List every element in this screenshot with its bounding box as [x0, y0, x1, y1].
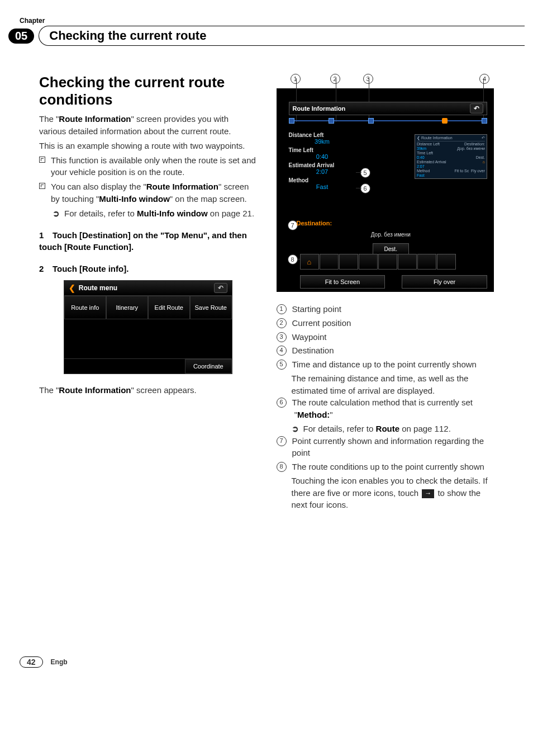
legend-item-5: 5Time and distance up to the point curre… [277, 358, 494, 371]
section-title: Checking the current route conditions [39, 74, 257, 108]
fit-to-screen-button: Fit to Screen [300, 275, 386, 289]
method-label: Method [289, 177, 356, 183]
callout-3: 3 [363, 74, 373, 84]
distance-left-label: Distance Left [289, 132, 356, 138]
chapter-number-badge: 05 [8, 29, 34, 44]
callout-5: 5 [360, 168, 370, 178]
home-icon: ⌂ [300, 254, 319, 270]
legend-item-1: 1Starting point [277, 303, 494, 315]
chapter-title: Checking the current route [49, 29, 206, 42]
chapter-label: Chapter [20, 17, 494, 25]
condition-icon [437, 254, 456, 270]
method-value: Fast [289, 183, 356, 190]
reference-arrow-icon: ➲ [53, 207, 60, 220]
mini-route-info-screenshot: ❮ Route Information↶ Distance LeftDestin… [415, 134, 487, 179]
intro-paragraph-2: This is an example showing a route with … [39, 140, 257, 152]
condition-icon [398, 254, 417, 270]
return-icon: ↶ [214, 283, 227, 293]
note-item-1: This function is available only when the… [39, 154, 257, 179]
route-info-panel: Distance Left 39km Time Left 0:40 Estima… [289, 130, 356, 190]
route-menu-title: Route menu [79, 284, 117, 292]
callout-2: 2 [330, 74, 340, 84]
diagram-legend: 1Starting point 2Current position 3Waypo… [277, 303, 494, 511]
itinerary-button: Itinerary [106, 296, 148, 319]
route-info-diagram: 1 2 3 4 Route Information ↶ [277, 74, 494, 292]
route-info-screen-header: Route Information ↶ [289, 102, 488, 115]
route-info-button: Route info [64, 296, 106, 319]
destination-label: Destination: [294, 218, 488, 228]
edit-route-button: Edit Route [148, 296, 190, 319]
time-left-value: 0:40 [289, 153, 356, 160]
legend-item-7: 7Point currently shown and information r… [277, 435, 494, 460]
reference-arrow-icon: ➲ [292, 423, 299, 435]
route-menu-screenshot: ❮ Route menu ↶ Route info Itinerary Edit… [64, 280, 232, 374]
save-route-button: Save Route [190, 296, 232, 319]
legend-item-6-ref: ➲ For details, refer to Route on page 11… [292, 423, 494, 435]
route-progress-bar [289, 117, 488, 124]
route-condition-icons: ⌂ [300, 254, 488, 270]
condition-icon [320, 254, 339, 270]
legend-item-8: 8The route conditions up to the point cu… [277, 461, 494, 473]
time-left-label: Time Left [289, 147, 356, 153]
legend-item-6: 6 The route calculation method that is c… [277, 396, 494, 421]
note-bullet-icon [39, 157, 45, 163]
step-1: 1Touch [Destination] on the "Top Menu", … [39, 229, 257, 253]
condition-icon [359, 254, 378, 270]
condition-icon [378, 254, 397, 270]
dest-button: Dest. [373, 243, 409, 255]
footer-language-label: Engb [51, 658, 68, 666]
fly-over-button: Fly over [402, 275, 487, 289]
destination-text: Дор. без имени [294, 228, 488, 241]
left-column: Checking the current route conditions Th… [39, 74, 257, 511]
distance-left-value: 39km [289, 138, 356, 145]
diagram-bottom-buttons: Fit to Screen Fly over [300, 275, 488, 289]
page-footer: 42 Engb [20, 656, 494, 668]
callout-8: 8 [288, 254, 298, 264]
callout-4: 4 [479, 74, 489, 84]
note-bullet-icon [39, 183, 45, 189]
chapter-title-bubble: Checking the current route [39, 26, 525, 46]
note-item-2: You can also display the "Route Informat… [39, 181, 257, 205]
intro-paragraph-1: The "Route Information" screen provides … [39, 113, 257, 138]
destination-panel: Destination: Дор. без имени Dest. [294, 218, 488, 255]
legend-item-4: 4Destination [277, 344, 494, 357]
chapter-header: 05 Checking the current route [8, 26, 525, 46]
back-icon: ❮ [69, 284, 75, 292]
eta-label: Estimated Arrival [289, 162, 356, 168]
next-arrow-icon: → [422, 489, 434, 498]
cross-reference-1: ➲ For details, refer to Multi-Info windo… [53, 207, 257, 220]
condition-icon [417, 254, 436, 270]
step-2: 2Touch [Route info]. [39, 263, 257, 275]
after-screenshot-text: The "Route Information" screen appears. [39, 384, 257, 396]
legend-item-2: 2Current position [277, 317, 494, 329]
condition-icon [339, 254, 358, 270]
right-column: 1 2 3 4 Route Information ↶ [277, 74, 494, 511]
return-icon: ↶ [470, 103, 483, 114]
callout-6: 6 [360, 183, 370, 193]
callout-1: 1 [291, 74, 301, 84]
coordinate-button: Coordinate [185, 359, 232, 374]
legend-item-3: 3Waypoint [277, 331, 494, 343]
route-menu-buttons: Route info Itinerary Edit Route Save Rou… [64, 296, 232, 319]
legend-item-8-sub: Touching the icon enables you to check t… [292, 475, 494, 511]
route-menu-header: ❮ Route menu ↶ [64, 281, 232, 296]
page-number: 42 [20, 656, 43, 668]
legend-item-5-sub: The remaining distance and time, as well… [292, 372, 494, 397]
eta-value: 2:07 [289, 168, 356, 175]
